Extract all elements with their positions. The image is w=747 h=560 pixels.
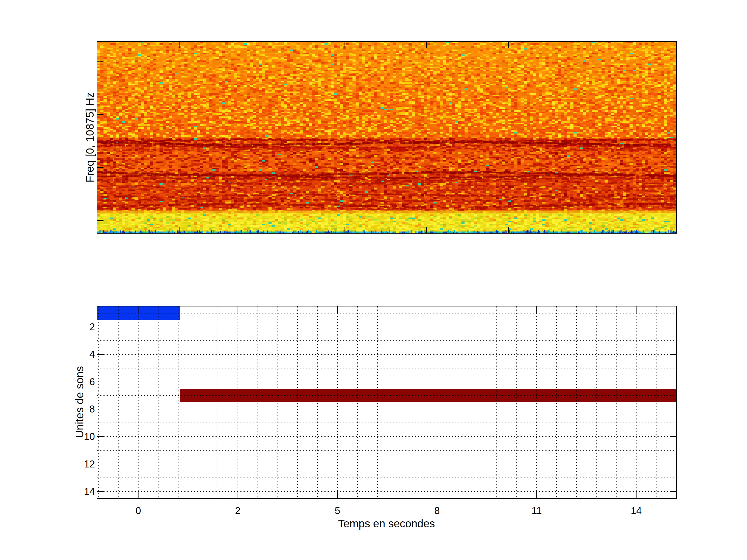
grid-line-vertical — [337, 306, 338, 498]
y-axis-tick-left — [97, 491, 103, 492]
spectrogram-ylabel: Freq [0, 10875] Hz — [84, 92, 96, 183]
grid-line-horizontal — [97, 478, 676, 478]
y-tick-label: 4 — [64, 349, 95, 360]
grid-line-vertical — [516, 306, 517, 498]
grid-line-vertical — [496, 306, 497, 498]
grid-line-horizontal — [97, 436, 676, 437]
y-tick-label: 12 — [64, 458, 95, 470]
grid-line-vertical — [576, 306, 577, 498]
grid-line-horizontal — [97, 450, 676, 451]
x-tick-label: 11 — [532, 505, 542, 516]
spectrogram-top-tick — [591, 42, 591, 48]
x-tick-label: 14 — [631, 505, 642, 516]
x-tick-label: 8 — [434, 505, 440, 516]
grid-line-vertical — [297, 306, 298, 498]
grid-line-vertical — [258, 306, 258, 498]
spectrogram-image — [97, 42, 676, 233]
grid-line-vertical — [198, 306, 198, 498]
grid-line-horizontal — [97, 327, 676, 327]
y-axis-tick-left — [97, 436, 103, 437]
grid-line-horizontal — [97, 368, 676, 368]
spectrogram-top-tick — [426, 42, 427, 48]
y-axis-tick-right — [670, 382, 676, 382]
grid-line-vertical — [357, 306, 358, 498]
grid-line-horizontal — [97, 464, 676, 464]
spectrogram-bottom-tick — [673, 227, 673, 233]
x-tick-label: 0 — [135, 505, 141, 516]
spectrogram-top-tick — [673, 42, 673, 48]
x-tick-label: 2 — [235, 505, 240, 516]
x-axis-tick-top — [337, 306, 338, 313]
y-tick-label: 14 — [64, 486, 95, 497]
x-axis-label: Temps en secondes — [338, 517, 435, 530]
grid-line-vertical — [556, 306, 557, 498]
grid-line-vertical — [596, 306, 597, 498]
x-axis-tick-bottom — [337, 492, 338, 498]
y-axis-tick-right — [670, 327, 676, 327]
spectrogram-left-tick — [97, 141, 103, 141]
spectrogram-left-tick — [97, 194, 103, 194]
spectrogram-bottom-tick — [179, 227, 180, 233]
x-axis-tick-bottom — [238, 492, 238, 498]
grid-line-vertical — [457, 306, 457, 498]
grid-line-horizontal — [97, 395, 676, 396]
x-axis-tick-top — [536, 306, 537, 313]
grid-line-vertical — [616, 306, 617, 498]
x-tick-label: 5 — [335, 505, 340, 516]
y-axis-tick-left — [97, 409, 103, 409]
y-axis-tick-left — [97, 464, 103, 464]
y-axis-tick-right — [670, 354, 676, 355]
y-tick-label: 2 — [64, 321, 95, 332]
grid-line-vertical — [278, 306, 278, 498]
spectrogram-left-tick — [97, 61, 103, 62]
spectrogram-left-tick — [97, 114, 103, 115]
grid-line-vertical — [636, 306, 637, 498]
grid-line-horizontal — [97, 354, 676, 355]
y-axis-tick-left — [97, 382, 103, 382]
x-axis-tick-bottom — [636, 492, 637, 498]
grid-line-vertical — [98, 306, 99, 498]
grid-line-vertical — [656, 306, 656, 498]
x-axis-tick-bottom — [437, 492, 437, 498]
grid-line-vertical — [317, 306, 318, 498]
grid-line-vertical — [377, 306, 378, 498]
y-axis-tick-left — [97, 354, 103, 355]
spectrogram-plot-area — [97, 41, 677, 234]
grid-line-vertical — [217, 306, 218, 498]
grid-line-vertical — [178, 306, 178, 498]
activity-plot-area — [97, 306, 677, 499]
spectrogram-top-tick — [344, 42, 344, 48]
x-axis-tick-top — [636, 306, 637, 313]
x-axis-tick-top — [437, 306, 437, 313]
spectrogram-top-tick — [508, 42, 509, 48]
spectrogram-bottom-tick — [262, 227, 262, 233]
spectrogram-left-tick — [97, 88, 103, 88]
grid-line-vertical — [158, 306, 158, 498]
grid-line-vertical — [397, 306, 397, 498]
y-axis-tick-right — [670, 409, 676, 409]
figure-window: { "figure": { "background": "#FFFFFF" },… — [0, 0, 747, 560]
grid-line-horizontal — [97, 491, 676, 492]
y-axis-tick-left — [97, 327, 103, 327]
grid-line-horizontal — [97, 423, 676, 423]
y-axis-label: Unites de sons — [73, 366, 86, 438]
spectrogram-bottom-tick — [344, 227, 344, 233]
x-axis-tick-bottom — [536, 492, 537, 498]
grid-line-vertical — [417, 306, 417, 498]
y-axis-tick-right — [670, 464, 676, 464]
grid-line-vertical — [238, 306, 238, 498]
x-axis-tick-bottom — [138, 492, 138, 498]
spectrogram-bottom-tick — [591, 227, 591, 233]
grid-line-horizontal — [97, 409, 676, 409]
grid-line-horizontal — [97, 313, 676, 314]
spectrogram-top-tick — [179, 42, 180, 48]
y-axis-tick-right — [670, 436, 676, 437]
x-axis-tick-top — [238, 306, 238, 313]
grid-line-vertical — [536, 306, 537, 498]
spectrogram-top-tick — [262, 42, 262, 48]
spectrogram-left-tick — [97, 220, 103, 221]
y-axis-tick-right — [670, 491, 676, 492]
grid-line-vertical — [477, 306, 477, 498]
grid-line-vertical — [138, 306, 138, 498]
grid-line-vertical — [437, 306, 437, 498]
